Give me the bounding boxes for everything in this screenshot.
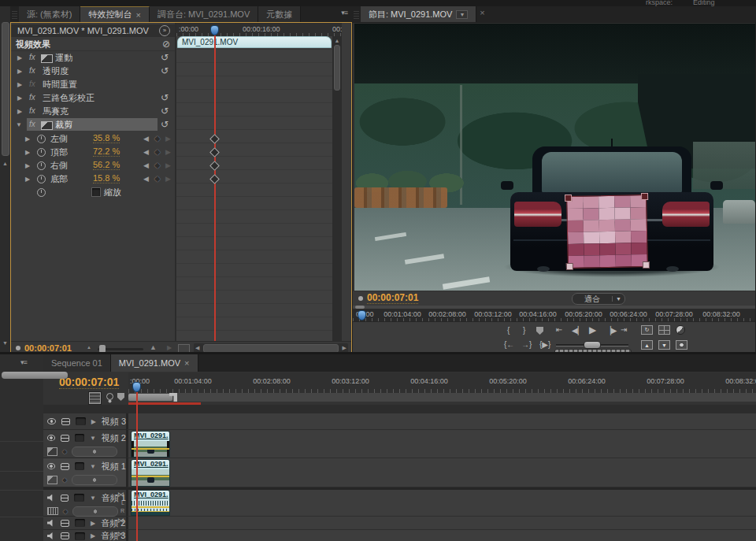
- speaker-icon[interactable]: [47, 495, 55, 502]
- keyframe-nav-slider[interactable]: [72, 447, 117, 457]
- track-lane-audio3[interactable]: [126, 530, 756, 541]
- crop-handle-bottom-left[interactable]: [566, 263, 573, 270]
- mosaic-overlay[interactable]: [567, 195, 647, 268]
- keyframe-nav-slider[interactable]: [72, 506, 118, 517]
- expand-icon[interactable]: ▶: [25, 162, 30, 169]
- next-keyframe-icon[interactable]: ▶: [165, 135, 171, 143]
- scroll-down-icon[interactable]: ▼: [0, 340, 10, 346]
- reset-icon[interactable]: ↺: [161, 93, 169, 102]
- track-output-icon[interactable]: [61, 532, 69, 539]
- track-output-icon[interactable]: [61, 463, 69, 470]
- param-value[interactable]: 72.2 %: [93, 146, 120, 157]
- scroll-up-icon[interactable]: ▲: [332, 36, 342, 43]
- next-keyframe-icon[interactable]: ▶: [165, 175, 171, 183]
- expand-icon[interactable]: ▶: [25, 135, 30, 143]
- expand-icon[interactable]: ▶: [17, 81, 22, 88]
- workarea-track[interactable]: [128, 393, 756, 402]
- crop-handle-bottom-right[interactable]: [643, 261, 650, 269]
- toggle-track-output-icon[interactable]: [47, 435, 55, 441]
- crop-handle-top-left[interactable]: [565, 195, 572, 202]
- track-lane-audio1[interactable]: MVI_0291.: [126, 490, 756, 517]
- expand-icon[interactable]: ▶: [17, 68, 22, 75]
- effect-row-three-way-color[interactable]: ▶ fx 三路色彩校正 ↺: [11, 91, 175, 105]
- track-output-icon[interactable]: [61, 520, 69, 527]
- stopwatch-icon[interactable]: [37, 148, 46, 157]
- shuttle-handle[interactable]: [584, 341, 601, 349]
- scroll-up-icon[interactable]: ▲: [0, 161, 10, 166]
- fit-dropdown[interactable]: 適合 ▼: [572, 293, 625, 305]
- workarea-bar[interactable]: [128, 394, 172, 401]
- tab-metadata[interactable]: 元數據: [258, 6, 301, 22]
- param-row-right[interactable]: ▶ 右側 56.2 % ◀ ◆ ▶: [11, 159, 175, 172]
- expand-icon[interactable]: ▶: [17, 54, 22, 61]
- reset-icon[interactable]: ↺: [161, 53, 169, 62]
- param-row-bottom[interactable]: ▶ 底部 15.8 % ◀ ◆ ▶: [11, 172, 175, 186]
- param-row-left[interactable]: ▶ 左側 35.8 % ◀ ◆ ▶: [11, 132, 175, 146]
- ruler-scroll-strip[interactable]: [353, 306, 755, 309]
- goto-next-edit-shortcut[interactable]: →}: [521, 340, 532, 349]
- effect-timeline-ruler[interactable]: :00:00 00:00:16:00 00:: [176, 23, 342, 36]
- track-output-icon[interactable]: [61, 418, 70, 425]
- close-icon[interactable]: ×: [184, 358, 189, 368]
- collapse-icon[interactable]: ▶: [91, 418, 96, 425]
- effect-row-crop[interactable]: ▼ fx 裁剪 ↺: [11, 118, 175, 132]
- step-back-button[interactable]: ◀▏: [572, 326, 584, 335]
- tab-sequence-01[interactable]: Sequence 01: [43, 354, 111, 372]
- expand-icon[interactable]: ▶: [17, 94, 22, 102]
- expand-icon[interactable]: ▶: [25, 176, 30, 183]
- timeline-playhead-line[interactable]: [136, 392, 138, 541]
- pan-icon[interactable]: ⋈: [117, 491, 124, 498]
- output-button[interactable]: [676, 325, 685, 335]
- keyframe-diamond[interactable]: [209, 134, 220, 144]
- timeline-timecode[interactable]: 00:00:07:01: [59, 376, 119, 389]
- track-name[interactable]: 視頻 3: [102, 416, 126, 428]
- extract-button[interactable]: ▼: [658, 340, 670, 350]
- lift-button[interactable]: ▲: [641, 340, 653, 350]
- track-lock-box[interactable]: [75, 462, 84, 470]
- param-row-scale[interactable]: 縮放: [11, 186, 175, 199]
- prev-keyframe-icon[interactable]: ◀: [143, 175, 149, 183]
- play-audio-icon[interactable]: ▶: [167, 344, 172, 351]
- close-icon[interactable]: ×: [135, 10, 140, 20]
- scroll-left-icon[interactable]: ◀: [195, 345, 199, 351]
- safe-margins-button[interactable]: [658, 325, 670, 335]
- track-name[interactable]: 視頻 1: [102, 461, 126, 472]
- prev-keyframe-icon[interactable]: ◀: [143, 135, 149, 143]
- play-in-out-button[interactable]: {▶}: [539, 340, 550, 349]
- track-name[interactable]: 視頻 2: [102, 432, 126, 444]
- goto-in-button[interactable]: ⇤: [556, 325, 562, 334]
- bypass-all-icon[interactable]: ⊘: [162, 39, 170, 49]
- show-keyframes-icon[interactable]: [47, 507, 58, 515]
- crop-handle-top-right[interactable]: [641, 193, 648, 200]
- collapse-icon[interactable]: ▼: [16, 121, 22, 128]
- mark-out-button[interactable]: }: [523, 326, 525, 335]
- scale-checkbox[interactable]: [91, 187, 101, 197]
- playhead-line[interactable]: [214, 35, 216, 341]
- reset-icon[interactable]: ↺: [161, 66, 169, 76]
- expand-icon[interactable]: ▶: [25, 149, 30, 156]
- stopwatch-icon[interactable]: [37, 175, 46, 183]
- scroll-thumb[interactable]: [2, 22, 9, 156]
- effect-clip-bar[interactable]: MVI_0291.MOV: [177, 36, 332, 48]
- gutter-scrollbar[interactable]: [2, 372, 68, 379]
- show-timeline-toggle-icon[interactable]: »: [159, 25, 170, 36]
- program-dropdown-icon[interactable]: ▼: [456, 10, 468, 19]
- tab-source[interactable]: 源: (無素材): [19, 6, 80, 22]
- program-ruler[interactable]: 00:00 00:01:04:00 00:02:08:00 00:03:12:0…: [353, 306, 755, 321]
- keyframe-icon[interactable]: ◆: [63, 508, 68, 515]
- zoom-out-icon[interactable]: ▲: [87, 345, 91, 350]
- keyframe-diamond[interactable]: [209, 174, 220, 184]
- goto-out-button[interactable]: ⇥: [621, 325, 627, 334]
- left-scrollbar[interactable]: ▲ ▼: [0, 6, 11, 353]
- speaker-icon[interactable]: [47, 520, 55, 527]
- scroll-right-icon[interactable]: ▶: [343, 345, 346, 351]
- scroll-thumb[interactable]: [334, 45, 340, 91]
- stopwatch-icon[interactable]: [37, 161, 46, 170]
- track-lock-box[interactable]: [75, 519, 85, 527]
- keyframe-diamond[interactable]: [209, 147, 220, 157]
- collapse-icon[interactable]: ▼: [90, 435, 96, 442]
- loop-button[interactable]: ↻: [641, 325, 653, 335]
- tab-timeline-mvi[interactable]: MVI_0291.MOV×: [111, 354, 198, 372]
- add-keyframe-icon[interactable]: ◆: [154, 147, 161, 156]
- play-in-to-out-shortcut[interactable]: {←: [504, 340, 514, 349]
